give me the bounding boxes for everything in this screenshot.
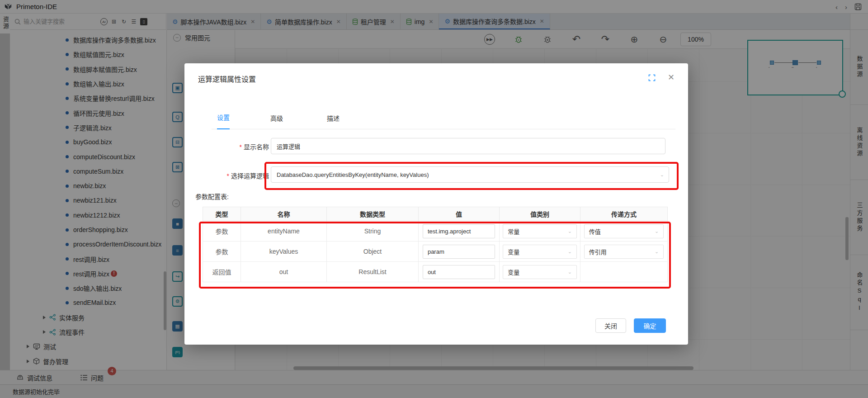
- close-dialog-icon[interactable]: ✕: [668, 72, 675, 82]
- value-kind-select[interactable]: 变量 ⌄: [503, 245, 577, 259]
- ok-button[interactable]: 确定: [634, 318, 666, 333]
- close-button[interactable]: 关闭: [595, 318, 626, 333]
- param-value-input[interactable]: out: [423, 265, 495, 279]
- expand-dialog-icon[interactable]: [648, 74, 656, 81]
- param-table-row: 返回值 out ResultList out 变量 ⌄: [203, 262, 668, 282]
- param-table-caption: 参数配置表:: [195, 192, 229, 201]
- chevron-down-icon: ⌄: [568, 249, 572, 255]
- dialog-tab-advanced[interactable]: 高级: [270, 114, 283, 129]
- chevron-down-icon: ⌄: [655, 249, 659, 255]
- dialog-tabs: 设置 高级 描述: [212, 108, 675, 129]
- param-value-input[interactable]: test.img.aproject: [423, 224, 495, 238]
- dialog-tab-description[interactable]: 描述: [327, 114, 340, 129]
- chevron-down-icon: ⌄: [568, 228, 572, 234]
- param-table: 类型 名称 数据类型 值 值类别 传递方式 参数 entityName Stri…: [203, 207, 668, 282]
- logic-select-dropdown[interactable]: DatabaseDao.queryEntitiesByKey(entityNam…: [271, 166, 669, 183]
- param-table-header-row: 类型 名称 数据类型 值 值类别 传递方式: [203, 207, 668, 221]
- pass-mode-select[interactable]: 传值 ⌄: [584, 224, 664, 238]
- dialog-tab-settings[interactable]: 设置: [217, 113, 230, 129]
- dialog-title: 运算逻辑属性设置: [198, 73, 256, 84]
- param-table-row: 参数 keyValues Object param 变量 ⌄: [203, 242, 668, 262]
- value-kind-select[interactable]: 常量 ⌄: [503, 224, 577, 238]
- logic-select-label: *选择运算逻辑: [197, 171, 269, 180]
- pass-mode-select[interactable]: 传引用 ⌄: [584, 245, 664, 259]
- chevron-down-icon: ⌄: [568, 269, 572, 275]
- display-name-label: *显示名称: [197, 142, 269, 151]
- chevron-down-icon: ⌄: [655, 228, 659, 234]
- primeton-ide-window: Primeton-IDE ‹ › 资源 AI ⊞ ↻ ☰ ▯: [0, 0, 868, 398]
- logic-properties-dialog: 运算逻辑属性设置 ✕ 设置 高级 描述 *显示名称 *选择运算逻辑 Databa…: [184, 63, 688, 345]
- param-table-row: 参数 entityName String test.img.aproject 常…: [203, 221, 668, 242]
- display-name-input[interactable]: [271, 138, 665, 154]
- chevron-down-icon: ⌄: [660, 172, 664, 178]
- value-kind-select[interactable]: 变量 ⌄: [503, 265, 577, 279]
- param-value-input[interactable]: param: [423, 245, 495, 259]
